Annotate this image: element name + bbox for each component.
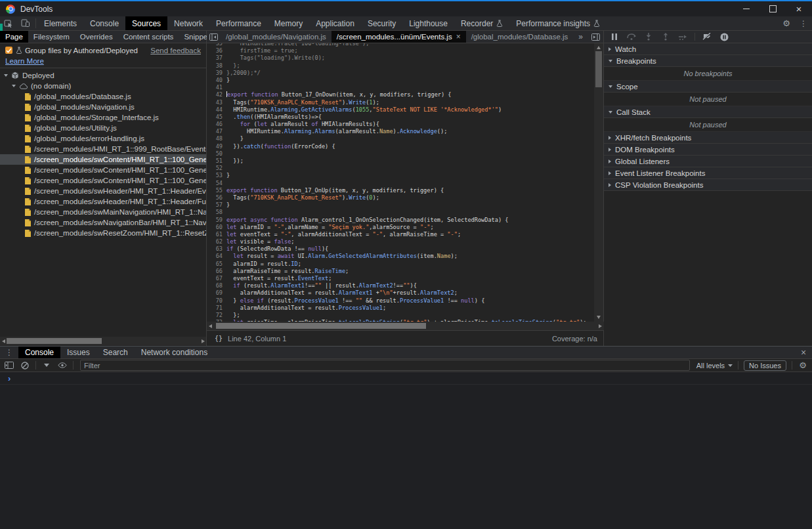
code-line[interactable]: 41 — [207, 84, 595, 91]
line-number[interactable]: 43 — [207, 99, 226, 106]
code-line[interactable]: 69 alarmAdditionalText = result.AlarmTex… — [207, 289, 595, 297]
drawer-tab-issues[interactable]: Issues — [60, 347, 96, 358]
code-line-text[interactable]: HMIRuntime.Alarming.GetActiveAlarms(1055… — [226, 106, 502, 114]
more-tabs-chevron[interactable]: » — [573, 31, 588, 43]
hide-navigator-icon[interactable] — [207, 31, 221, 43]
scroll-right-icon[interactable] — [202, 339, 205, 343]
code-line[interactable]: 54 — [207, 180, 595, 187]
line-number[interactable]: 42 — [207, 91, 226, 98]
section-scope[interactable]: Scope — [604, 81, 812, 93]
pretty-print-button[interactable]: {} — [207, 335, 228, 342]
tab-network[interactable]: Network — [167, 16, 209, 30]
section-csp-violation-breakpoints[interactable]: CSP Violation Breakpoints — [604, 179, 812, 191]
code-line[interactable]: 63if (SelectedRowData !== null){ — [207, 245, 595, 253]
code-line[interactable]: 38 }; — [207, 62, 595, 70]
code-line-text[interactable]: if (result.AlarmText1!=="" || result.Ala… — [226, 282, 417, 289]
scroll-right-icon[interactable] — [599, 324, 602, 328]
code-line[interactable]: 58 — [207, 209, 595, 216]
tree-file-item[interactable]: /screen_modules/swResetZoom/HMI_RT_1::Re… — [0, 228, 206, 238]
tree-file-item[interactable]: /global_modules/Navigation.js — [0, 102, 206, 112]
sidebar-tab-content-scripts[interactable]: Content scripts — [118, 31, 179, 43]
tree-file-item[interactable]: /screen_modules/swContent/HMI_RT_1::100_… — [0, 165, 206, 175]
line-number[interactable]: 65 — [207, 261, 226, 268]
scrollbar-thumb[interactable] — [216, 323, 426, 329]
clear-console-icon[interactable] — [20, 360, 30, 371]
line-number[interactable]: 71 — [207, 305, 226, 312]
code-line-text[interactable]: let eventText = "-", alarmAdditionalText… — [226, 231, 461, 238]
tree-file-item[interactable]: /screen_modules/swNavigationBar/HMI_RT_1… — [0, 217, 206, 228]
line-number[interactable]: 45 — [207, 114, 226, 121]
console-filter-field[interactable] — [80, 360, 690, 371]
group-files-checkbox[interactable] — [5, 47, 12, 54]
code-line[interactable]: 60let alarmID = "-",alarmName = "Seçim y… — [207, 224, 595, 231]
line-number[interactable]: 50 — [207, 150, 226, 158]
close-tab-icon[interactable]: × — [456, 33, 461, 41]
tab-security[interactable]: Security — [361, 16, 402, 30]
settings-gear-icon[interactable]: ⚙ — [778, 16, 795, 30]
code-line-text[interactable]: },2000);*/ — [226, 70, 261, 77]
code-line-text[interactable]: Tags("loading").Write(0); — [226, 54, 325, 62]
line-number[interactable]: 40 — [207, 77, 226, 84]
code-line[interactable]: 66 alarmRaiseTime = result.RaiseTime; — [207, 268, 595, 275]
section-watch[interactable]: Watch — [604, 43, 812, 55]
code-line[interactable]: 48 } — [207, 135, 595, 142]
line-number[interactable]: 54 — [207, 180, 226, 187]
line-number[interactable]: 57 — [207, 201, 226, 209]
line-number[interactable]: 69 — [207, 289, 226, 297]
code-line[interactable]: 37 Tags("loading").Write(0); — [207, 54, 595, 62]
scrollbar-thumb[interactable] — [7, 338, 102, 344]
tab-sources[interactable]: Sources — [125, 16, 167, 30]
line-number[interactable]: 52 — [207, 165, 226, 172]
tab-recorder[interactable]: Recorder — [454, 16, 509, 30]
tree-file-item[interactable]: /screen_modules/swMainNavigation/HMI_RT_… — [0, 207, 206, 217]
scroll-down-icon[interactable] — [597, 316, 601, 319]
code-line[interactable]: 45 .then((HMIAlarmResults)=>{ — [207, 114, 595, 121]
code-line[interactable]: 62let visible = false; — [207, 238, 595, 245]
code-line-text[interactable]: } else if (result.ProcessValue1 !== "" &… — [226, 297, 484, 305]
tree-file-item[interactable]: /screen_modules/swContent/HMI_RT_1::100_… — [0, 175, 206, 186]
line-number[interactable]: 72 — [207, 312, 226, 319]
code-line[interactable]: 40} — [207, 77, 595, 84]
section-xhr-fetch-breakpoints[interactable]: XHR/fetch Breakpoints — [604, 132, 812, 144]
editor-vertical-scrollbar[interactable] — [594, 43, 603, 322]
code-line-text[interactable]: firstTime = true; — [226, 47, 298, 54]
editor-tab-screen-modules-n-m-events-js[interactable]: /screen_modules...ünüm/Events.js× — [331, 31, 466, 43]
console-sidebar-toggle-icon[interactable] — [4, 360, 14, 371]
code-line-text[interactable]: alarmRaiseTime = result.RaiseTime; — [226, 268, 349, 275]
tree-item-no-domain[interactable]: (no domain) — [0, 81, 206, 91]
code-line-text[interactable]: }).catch(function(ErrorCode) { — [226, 143, 335, 150]
device-toolbar-icon[interactable] — [17, 16, 34, 30]
drawer-tab-console[interactable]: Console — [18, 347, 60, 358]
scroll-left-icon[interactable] — [209, 324, 212, 328]
line-number[interactable]: 37 — [207, 54, 226, 62]
sidebar-tab-filesystem[interactable]: Filesystem — [28, 31, 75, 43]
console-settings-gear-icon[interactable]: ⚙ — [798, 360, 808, 371]
code-line-text[interactable]: let result = await UI.Alarm.GetSelectedA… — [226, 253, 458, 260]
tree-file-item[interactable]: /screen_modules/HMI_RT_1::999_RootBase/E… — [0, 144, 206, 154]
tab-performance-insights[interactable]: Performance insights — [509, 16, 607, 30]
code-line-text[interactable]: } — [226, 201, 230, 209]
tab-lighthouse[interactable]: Lighthouse — [402, 16, 454, 30]
code-line-text[interactable]: alarmAdditionalText = result.AlarmText1 … — [226, 289, 458, 297]
step-over-icon[interactable] — [626, 32, 637, 42]
section-global-listeners[interactable]: Global Listeners — [604, 156, 812, 167]
send-feedback-link[interactable]: Send feedback — [150, 47, 201, 54]
code-line-text[interactable]: Tags("710KSK_AnaPLC_Komut_Reset").Write(… — [226, 99, 379, 106]
tree-file-item[interactable]: /screen_modules/swHeader/HMI_RT_1::Heade… — [0, 186, 206, 196]
line-number[interactable]: 46 — [207, 121, 226, 128]
code-line[interactable]: 44 HMIRuntime.Alarming.GetActiveAlarms(1… — [207, 106, 595, 114]
scrollbar-thumb[interactable] — [595, 51, 602, 87]
section-event-listener-breakpoints[interactable]: Event Listener Breakpoints — [604, 167, 812, 179]
line-number[interactable]: 41 — [207, 84, 226, 91]
editor-tab-global-modules-database-js[interactable]: /global_modules/Database.js — [466, 31, 574, 43]
tab-console[interactable]: Console — [83, 16, 125, 30]
drawer-tab-search[interactable]: Search — [96, 347, 135, 358]
learn-more-link[interactable]: Learn More — [5, 57, 44, 65]
code-line[interactable]: 68 if (result.AlarmText1!=="" || result.… — [207, 282, 595, 289]
sidebar-tab-overrides[interactable]: Overrides — [75, 31, 118, 43]
line-number[interactable]: 56 — [207, 194, 226, 201]
section-dom-breakpoints[interactable]: DOM Breakpoints — [604, 144, 812, 156]
code-line-text[interactable]: } — [226, 135, 244, 142]
step-into-icon[interactable] — [643, 32, 654, 42]
tab-performance[interactable]: Performance — [209, 16, 268, 30]
